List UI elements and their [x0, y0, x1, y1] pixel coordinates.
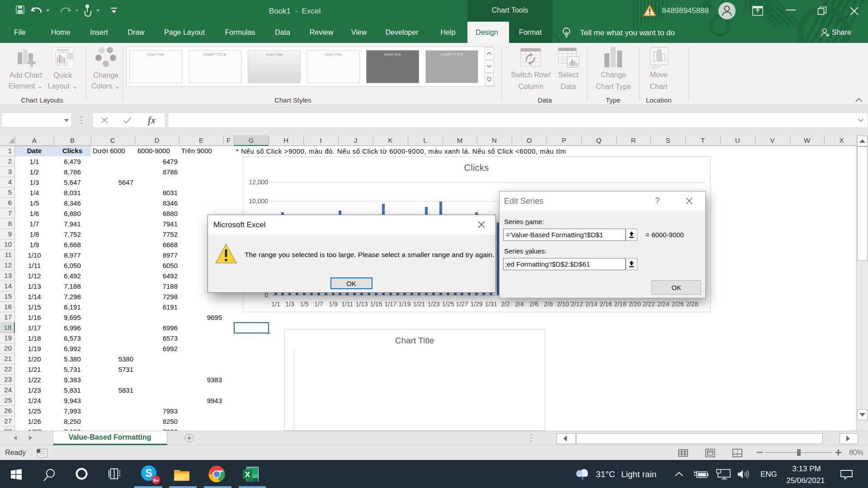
- svg-text:X: X: [245, 470, 250, 479]
- svg-text:S: S: [145, 467, 152, 479]
- svg-text:9+: 9+: [153, 478, 159, 483]
